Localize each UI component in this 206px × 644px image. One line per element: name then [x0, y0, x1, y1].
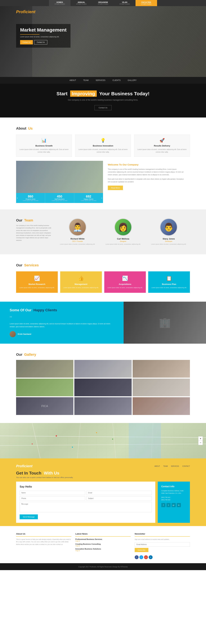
svc1-title: Management	[62, 283, 100, 286]
clients-section: Some Of Our Happy Clients " Lorem ipsum …	[0, 302, 206, 344]
newsletter-input[interactable]	[135, 542, 190, 546]
fnav-services[interactable]: Services	[171, 465, 179, 467]
fnav-contact[interactable]: Contact	[182, 465, 190, 467]
social-tw[interactable]: t	[166, 503, 170, 507]
map-controls: + −	[198, 436, 203, 445]
topnav-vilan[interactable]: Vilan OTHER PAGES	[114, 0, 135, 6]
services-title: Our Services	[16, 263, 190, 267]
topnav-annual[interactable]: Annual OTHER PAGES	[70, 0, 92, 6]
news2-title: Innovative Business Solutions	[75, 548, 130, 550]
service-card-1[interactable]: 👍 Management Lorem ipsum dolor sit amet,…	[60, 272, 102, 293]
fsocial-fb[interactable]: f	[135, 555, 138, 559]
news2-date: Aug 12	[75, 550, 130, 552]
client-name: Krish Samland	[18, 333, 31, 335]
contact-phone2: (001) 756 543	[161, 499, 186, 501]
gallery-item-7[interactable]: Device	[74, 397, 132, 415]
gallery-grid: Office Tablet Keyboard Nature Dark Notes…	[16, 360, 190, 415]
nav-team[interactable]: Team	[80, 79, 92, 82]
nav-gallery[interactable]: Gallery	[124, 79, 140, 82]
about-cards: 📊 Business Growth Lorem ipsum dolor sit …	[16, 134, 190, 157]
member1-desc: Lorem ipsum dolor sit amet, consectetur …	[102, 243, 144, 246]
hero-btn2[interactable]: Contact Us	[34, 40, 47, 44]
message-field[interactable]	[20, 502, 152, 512]
map-section: + −	[0, 423, 206, 458]
banner-suffix: Your Business Today!	[99, 91, 150, 96]
svc2-icon: 📉	[107, 276, 144, 281]
contact-button[interactable]: Contact Us	[94, 105, 112, 110]
card1-desc: Lorem ipsum dolor sit amet, consectetur …	[78, 148, 128, 154]
stat-prev[interactable]: ‹	[17, 196, 18, 200]
subject-field[interactable]	[86, 496, 152, 500]
footer-news-title: Latest News	[75, 532, 130, 537]
gallery-item-2[interactable]: Keyboard	[132, 360, 190, 378]
stat-2: 692 Happy Clients Lorem ipsum dolor sit …	[74, 193, 103, 203]
stat0-label: Projects Done	[17, 198, 44, 200]
card2-desc: Lorem ipsum dolor sit amet, consectetur …	[137, 148, 187, 154]
stat-1: 450 Staff Members Lorem ipsum dolor sit …	[45, 193, 74, 203]
copyright-text: Copyright 2017 Proficient. All Rights Re…	[78, 566, 128, 568]
hero-btn1[interactable]: Contact Us	[20, 40, 33, 44]
nav-services[interactable]: Services	[92, 79, 109, 82]
social-gp[interactable]: g+	[172, 503, 176, 507]
social-in[interactable]: in	[177, 503, 181, 507]
card1-title: Business Innovation	[78, 144, 128, 147]
team-intro-text: Our company is one of the world's leadin…	[16, 224, 52, 242]
gallery-item-3[interactable]: Nature	[16, 378, 74, 396]
map-zoom-in[interactable]: +	[198, 436, 202, 441]
stat-next[interactable]: ›	[102, 196, 102, 200]
nav-about[interactable]: About	[66, 79, 80, 82]
name-field[interactable]	[20, 490, 85, 495]
read-more-button[interactable]: Read More	[108, 186, 123, 190]
stat1-label: Staff Members	[46, 198, 73, 200]
member0-avatar: 👨‍💼	[69, 218, 86, 236]
svc3-icon: 📋	[151, 276, 188, 281]
email-field[interactable]	[86, 490, 152, 495]
service-card-2[interactable]: 📉 Acquisitions Lorem ipsum dolor sit ame…	[104, 272, 146, 293]
stat-0: 860 Projects Done Lorem ipsum dolor sit …	[16, 193, 45, 203]
submit-button[interactable]: Send Message	[20, 514, 38, 519]
fsocial-tw[interactable]: t	[139, 555, 143, 559]
svc3-title: Business Plan	[151, 283, 188, 286]
topnav-homes[interactable]: Homes OTHER PAGES	[49, 0, 70, 6]
footer-about-text: This is a great Service to help your web…	[16, 538, 71, 546]
member2-avatar: 👨	[160, 218, 178, 236]
info-title: Contact Info	[161, 485, 186, 488]
stat1-desc: Lorem ipsum dolor sit amet	[46, 200, 73, 201]
newsletter-button[interactable]: Subscribe	[135, 548, 148, 552]
member1-name: Carl Melissa	[102, 238, 144, 240]
contact-phone1: (001) 756 412	[161, 496, 186, 499]
gallery-item-6[interactable]: FICA	[16, 397, 74, 415]
footer-newsletter-col: Newsletter Sign your email address to re…	[135, 532, 190, 559]
svg-point-10	[72, 447, 73, 448]
top-navigation: Homes OTHER PAGES Annual OTHER PAGES Org…	[0, 0, 206, 6]
phone-field[interactable]	[20, 496, 85, 500]
gallery-item-1[interactable]: Tablet	[74, 360, 132, 378]
fsocial-gp[interactable]: g	[144, 555, 148, 559]
member0-role: CEO / Founder	[56, 240, 99, 242]
gallery-item-8[interactable]: Work	[132, 397, 190, 415]
service-card-3[interactable]: 📋 Business Plan Lorem ipsum dolor sit am…	[148, 272, 190, 293]
gallery-item-4[interactable]: Dark	[74, 378, 132, 396]
hero-text-block: Market Management Lorem ipsum dolor sit …	[16, 24, 70, 48]
topnav-vilan-sub: OTHER PAGES	[120, 3, 130, 5]
card0-icon: 📊	[19, 138, 69, 143]
header-content: Proficient Market Management Lorem ipsum…	[0, 6, 206, 51]
gallery-item-0[interactable]: Office	[16, 360, 74, 378]
service-card-0[interactable]: 📈 Market Research Lorem ipsum dolor sit …	[16, 272, 58, 293]
fsocial-in[interactable]: in	[149, 555, 152, 559]
gallery-item-5[interactable]: Notes	[132, 378, 190, 396]
card0-title: Business Growth	[19, 144, 69, 147]
social-fb[interactable]: f	[161, 503, 166, 507]
form-title: Say Hello	[20, 485, 152, 488]
map-zoom-out[interactable]: −	[198, 441, 202, 445]
nav-clients[interactable]: Clients	[109, 79, 124, 82]
topnav-organism-title: Organism	[98, 1, 108, 3]
stat2-desc: Lorem ipsum dolor sit amet	[75, 200, 102, 201]
fnav-about[interactable]: About	[154, 465, 160, 467]
news-item-0: Professional Business Services Aug 12	[75, 538, 130, 542]
topnav-faculties[interactable]: Faculties OTHER PAGES	[136, 0, 157, 6]
welcome-text2: Duis aute irure dolor in reprehenderit i…	[108, 178, 185, 183]
footer-nav: About Team Services Contact	[154, 465, 190, 467]
fnav-team[interactable]: Team	[163, 465, 168, 467]
topnav-organism[interactable]: Organism OTHER PAGES	[92, 0, 114, 6]
